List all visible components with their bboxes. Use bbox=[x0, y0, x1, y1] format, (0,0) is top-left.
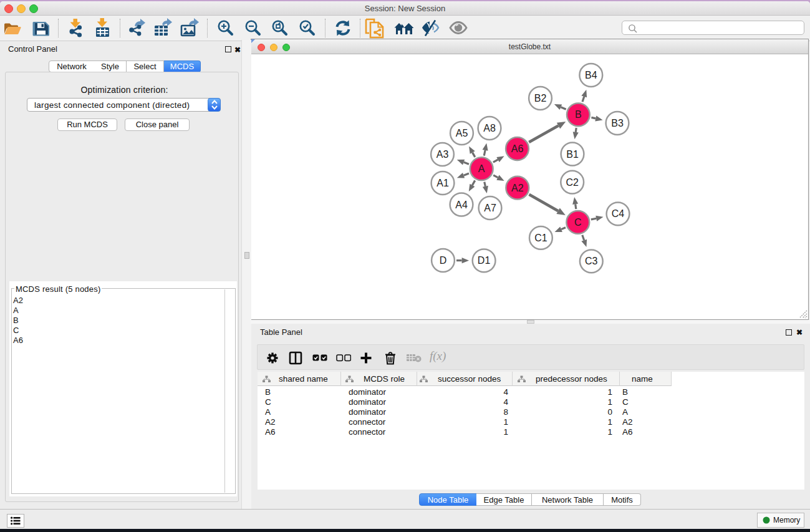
svg-text:C2: C2 bbox=[566, 177, 579, 188]
svg-text:A5: A5 bbox=[456, 128, 468, 138]
svg-text:A: A bbox=[478, 163, 485, 174]
svg-text:A7: A7 bbox=[484, 203, 496, 213]
svg-text:D: D bbox=[440, 255, 447, 266]
svg-text:B2: B2 bbox=[534, 93, 547, 104]
svg-text:A3: A3 bbox=[436, 149, 449, 160]
svg-text:A1: A1 bbox=[436, 178, 449, 188]
svg-text:A2: A2 bbox=[511, 183, 524, 193]
svg-text:C1: C1 bbox=[534, 233, 547, 243]
svg-text:B4: B4 bbox=[585, 70, 597, 80]
svg-text:B: B bbox=[575, 109, 582, 120]
svg-text:A8: A8 bbox=[483, 123, 496, 133]
svg-text:A6: A6 bbox=[511, 143, 524, 154]
svg-text:C: C bbox=[574, 217, 582, 228]
svg-text:D1: D1 bbox=[478, 255, 491, 266]
svg-text:C4: C4 bbox=[612, 208, 625, 219]
svg-text:B1: B1 bbox=[566, 149, 579, 160]
svg-text:B3: B3 bbox=[611, 118, 624, 128]
svg-text:C3: C3 bbox=[585, 256, 598, 266]
svg-text:A4: A4 bbox=[455, 200, 468, 210]
